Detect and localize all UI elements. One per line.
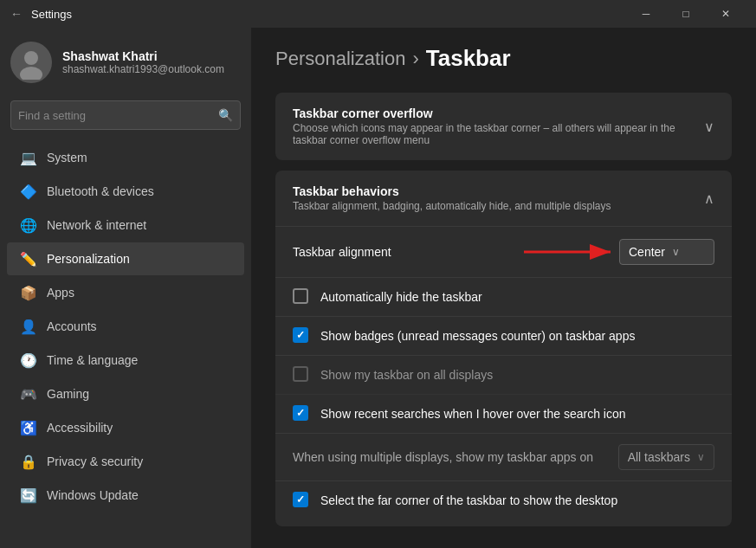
back-button[interactable]: ← <box>10 7 23 21</box>
settings-groups: Taskbar corner overflow Choose which ico… <box>275 93 732 526</box>
user-section: Shashwat Khatri shashwat.khatri1993@outl… <box>0 28 251 97</box>
search-icon: 🔍 <box>218 108 233 122</box>
alignment-dropdown[interactable]: Center ∨ <box>619 239 714 265</box>
sidebar-label-update: Windows Update <box>47 488 139 502</box>
setting-label-all-displays: Show my taskbar on all displays <box>320 368 714 382</box>
sidebar-label-bluetooth: Bluetooth & devices <box>47 184 154 198</box>
checkmark-icon: ✓ <box>296 407 305 419</box>
bluetooth-icon: 🔷 <box>21 184 36 199</box>
checkmark-icon: ✓ <box>296 329 305 341</box>
sidebar-label-accounts: Accounts <box>47 319 97 333</box>
gaming-icon: 🎮 <box>21 386 36 402</box>
content-area: Personalization › Taskbar Taskbar corner… <box>251 28 756 548</box>
update-icon: 🔄 <box>21 487 36 503</box>
accounts-icon: 👤 <box>21 319 36 334</box>
personalization-icon: ✏️ <box>21 251 36 267</box>
setting-row-all-displays: Show my taskbar on all displays <box>275 356 732 395</box>
network-icon: 🌐 <box>21 217 36 233</box>
search-input[interactable] <box>18 109 218 122</box>
sidebar-item-accessibility[interactable]: ♿ Accessibility <box>7 411 244 444</box>
page-title: Taskbar <box>426 45 511 72</box>
setting-label-far-corner: Select the far corner of the taskbar to … <box>320 493 714 507</box>
setting-row-recent-searches: ✓ Show recent searches when I hover over… <box>275 395 732 434</box>
setting-row-badges: ✓ Show badges (unread messages counter) … <box>275 317 732 356</box>
sidebar-item-bluetooth[interactable]: 🔷 Bluetooth & devices <box>7 175 244 208</box>
setting-row-auto-hide: Automatically hide the taskbar <box>275 278 732 317</box>
group-subtitle-corner-overflow: Choose which icons may appear in the tas… <box>293 122 704 146</box>
sidebar-item-system[interactable]: 💻 System <box>7 141 244 174</box>
multi-display-dropdown: All taskbars ∨ <box>618 444 714 470</box>
breadcrumb-separator: › <box>412 48 418 70</box>
sidebar-label-gaming: Gaming <box>47 387 89 401</box>
sidebar-label-system: System <box>47 151 87 164</box>
checkbox-all-displays[interactable] <box>293 366 310 384</box>
search-box[interactable]: 🔍 <box>10 100 241 130</box>
user-name: Shashwat Khatri <box>62 49 224 63</box>
checkbox-box-badges: ✓ <box>293 327 308 343</box>
group-subtitle-behaviors: Taskbar alignment, badging, automaticall… <box>293 200 611 212</box>
window-controls: ─ □ ✕ <box>626 0 746 28</box>
sidebar-label-apps: Apps <box>47 286 74 300</box>
group-body-behaviors: Taskbar alignment Center ∨ Automatically… <box>275 226 732 526</box>
multi-display-value: All taskbars <box>628 450 690 464</box>
alignment-label: Taskbar alignment <box>293 245 524 259</box>
sidebar-item-update[interactable]: 🔄 Windows Update <box>7 479 244 512</box>
checkbox-badges[interactable]: ✓ <box>293 327 310 345</box>
sidebar-item-personalization[interactable]: ✏️ Personalization <box>7 242 244 275</box>
sidebar-item-apps[interactable]: 📦 Apps <box>7 276 244 309</box>
time-icon: 🕐 <box>21 352 36 368</box>
checkmark-icon: ✓ <box>296 493 305 506</box>
setting-row-multi-display: When using multiple displays, show my ta… <box>275 434 732 481</box>
sidebar: Shashwat Khatri shashwat.khatri1993@outl… <box>0 28 251 548</box>
group-behaviors: Taskbar behaviors Taskbar alignment, bad… <box>275 171 732 526</box>
setting-row-alignment: Taskbar alignment Center ∨ <box>275 227 732 278</box>
svg-point-0 <box>24 51 38 65</box>
checkbox-box-auto-hide <box>293 288 308 304</box>
sidebar-label-time: Time & language <box>47 353 138 367</box>
group-header-corner-overflow[interactable]: Taskbar corner overflow Choose which ico… <box>275 93 732 160</box>
user-info: Shashwat Khatri shashwat.khatri1993@outl… <box>62 49 224 75</box>
alignment-value: Center <box>629 245 665 259</box>
privacy-icon: 🔒 <box>21 454 36 469</box>
app-title: Settings <box>31 8 626 21</box>
system-icon: 💻 <box>21 150 36 165</box>
setting-label-badges: Show badges (unread messages counter) on… <box>320 329 714 343</box>
group-title-behaviors: Taskbar behaviors <box>293 184 611 198</box>
sidebar-item-gaming[interactable]: 🎮 Gaming <box>7 377 244 410</box>
multi-display-chevron-icon: ∨ <box>697 451 705 463</box>
nav-list: 💻 System 🔷 Bluetooth & devices 🌐 Network… <box>0 140 251 548</box>
setting-label-auto-hide: Automatically hide the taskbar <box>320 290 714 304</box>
sidebar-label-personalization: Personalization <box>47 252 130 266</box>
group-corner-overflow: Taskbar corner overflow Choose which ico… <box>275 93 732 160</box>
sidebar-item-network[interactable]: 🌐 Network & internet <box>7 209 244 242</box>
title-bar: ← Settings ─ □ ✕ <box>0 0 756 28</box>
checkbox-box-far-corner: ✓ <box>293 492 308 507</box>
red-arrow-icon <box>524 240 619 264</box>
checkbox-box-all-displays <box>293 366 308 382</box>
apps-icon: 📦 <box>21 285 36 300</box>
sidebar-label-accessibility: Accessibility <box>47 421 113 435</box>
setting-row-far-corner: ✓ Select the far corner of the taskbar t… <box>275 481 732 519</box>
close-button[interactable]: ✕ <box>706 0 746 28</box>
maximize-button[interactable]: □ <box>666 0 706 28</box>
checkbox-auto-hide[interactable] <box>293 288 310 306</box>
sidebar-item-time[interactable]: 🕐 Time & language <box>7 344 244 377</box>
checkbox-far-corner[interactable]: ✓ <box>293 492 310 509</box>
sidebar-item-privacy[interactable]: 🔒 Privacy & security <box>7 445 244 478</box>
user-email: shashwat.khatri1993@outlook.com <box>62 63 224 75</box>
group-chevron-behaviors: ∧ <box>704 190 714 207</box>
sidebar-label-network: Network & internet <box>47 218 146 232</box>
svg-point-1 <box>20 67 42 80</box>
accessibility-icon: ♿ <box>21 420 36 435</box>
minimize-button[interactable]: ─ <box>626 0 666 28</box>
group-chevron-corner-overflow: ∨ <box>704 119 714 135</box>
dropdown-chevron-icon: ∨ <box>672 246 680 258</box>
group-header-behaviors[interactable]: Taskbar behaviors Taskbar alignment, bad… <box>275 171 732 226</box>
checkbox-recent-searches[interactable]: ✓ <box>293 405 310 422</box>
main-container: Shashwat Khatri shashwat.khatri1993@outl… <box>0 28 756 548</box>
sidebar-item-accounts[interactable]: 👤 Accounts <box>7 310 244 343</box>
page-header: Personalization › Taskbar <box>275 45 732 72</box>
avatar <box>10 42 52 83</box>
multi-display-label: When using multiple displays, show my ta… <box>293 450 608 464</box>
setting-label-recent-searches: Show recent searches when I hover over t… <box>320 407 714 421</box>
